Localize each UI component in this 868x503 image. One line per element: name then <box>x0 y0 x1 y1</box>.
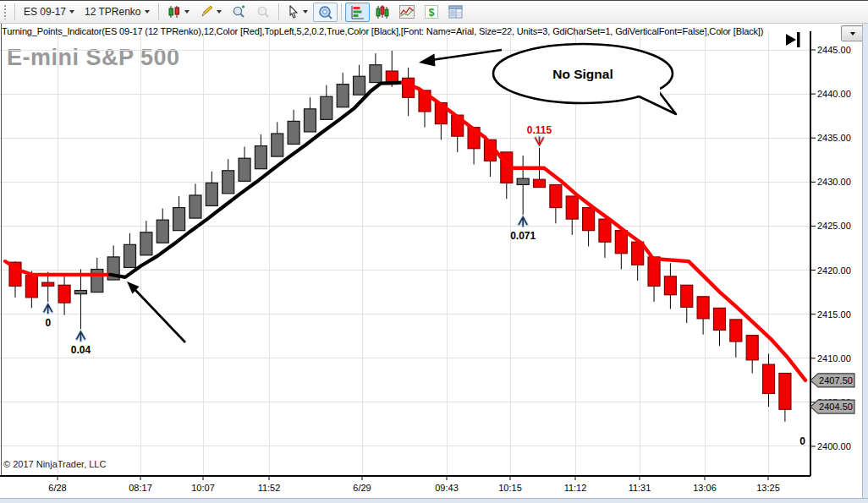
renko-bar <box>681 285 693 307</box>
turning-point-value: 0 <box>45 317 51 329</box>
renko-bar <box>140 232 152 255</box>
renko-bar <box>239 158 250 181</box>
go-to-end-icon[interactable] <box>786 32 800 47</box>
renko-bar <box>615 231 627 254</box>
time-axis-label: 6/29 <box>353 483 371 493</box>
window-edge <box>0 498 868 503</box>
trend-start-arrow <box>127 282 185 342</box>
renko-bar <box>304 109 316 132</box>
time-axis-label: 11:12 <box>564 483 587 493</box>
ninjatrader-chart-window: ES 09-17 12 TPRenko <box>0 0 868 503</box>
price-axis-labels: 2445.002440.002435.002430.002425.002420.… <box>810 45 851 451</box>
renko-bar <box>730 320 742 342</box>
renko-bar <box>42 282 54 286</box>
time-axis-label: 11:52 <box>258 483 281 493</box>
chart-canvas[interactable]: 2445.002440.002435.002430.002425.002420.… <box>0 1 868 503</box>
turning-point-value: 0.071 <box>510 230 536 242</box>
price-axis-label: 2400.00 <box>817 441 851 451</box>
time-axis-label: 13:06 <box>693 483 717 493</box>
price-axis-label: 2445.00 <box>817 45 851 55</box>
renko-bar <box>550 184 562 207</box>
renko-bar <box>370 65 382 83</box>
price-axis-label: 2440.00 <box>817 89 851 99</box>
renko-bar <box>190 195 201 218</box>
renko-bar <box>124 244 136 267</box>
renko-bar <box>779 373 791 409</box>
renko-bar <box>157 220 168 243</box>
no-signal-text: No Signal <box>552 67 613 81</box>
renko-bar <box>664 276 676 295</box>
renko-bar <box>321 96 332 119</box>
turning-point-value: 0.04 <box>71 344 91 356</box>
renko-bar <box>91 270 103 293</box>
time-axis-labels: 6/2808:1710:0711:526/2909:4310:1511:1211… <box>48 476 779 493</box>
renko-bar <box>337 85 349 107</box>
turning-point-value: 0.115 <box>527 124 552 136</box>
renko-bar <box>222 171 234 194</box>
time-axis-label: 11:31 <box>629 483 651 493</box>
renko-bar <box>25 276 37 298</box>
renko-bar <box>74 291 86 294</box>
time-axis-label: 10:15 <box>498 483 522 493</box>
renko-bar <box>517 178 529 184</box>
renko-bar <box>206 183 217 205</box>
chart-generated-layer: 2445.002440.002435.002430.002425.002420.… <box>0 24 854 493</box>
no-signal-arrow <box>419 50 502 67</box>
time-axis-label: 13:25 <box>756 483 780 493</box>
renko-bar <box>58 285 70 303</box>
price-axis-label: 2425.00 <box>817 221 851 231</box>
price-marker-tag: 2407.50 <box>810 374 854 387</box>
renko-bar <box>288 121 299 144</box>
renko-bar <box>746 336 758 360</box>
renko-bars <box>9 51 791 422</box>
price-axis-label: 2430.00 <box>817 177 851 187</box>
price-axis-label: 2410.00 <box>817 353 851 364</box>
renko-bar <box>255 146 266 169</box>
time-axis-label: 10:07 <box>191 483 215 493</box>
renko-bar <box>599 219 611 242</box>
time-axis-label: 6/28 <box>48 483 66 493</box>
price-axis-label: 2420.00 <box>817 265 851 276</box>
renko-bar <box>697 297 709 319</box>
renko-bar <box>583 208 595 231</box>
renko-bar <box>713 308 725 330</box>
no-signal-callout: No Signal <box>493 44 676 114</box>
price-axis-label: 2415.00 <box>817 309 851 320</box>
grid-lines <box>0 31 810 476</box>
window-edge <box>862 24 868 503</box>
last-turning-value: 0 <box>799 435 805 447</box>
renko-bar <box>272 134 283 156</box>
time-axis-label: 09:43 <box>435 483 459 493</box>
renko-bar <box>354 76 365 95</box>
price-axis-label: 2435.00 <box>817 133 851 143</box>
renko-bar <box>534 179 546 187</box>
price-marker-tag: 2404.50 <box>810 400 854 413</box>
trend-line-up <box>110 83 403 277</box>
svg-text:2404.50: 2404.50 <box>819 402 853 412</box>
renko-bar <box>763 364 775 393</box>
svg-text:2407.50: 2407.50 <box>819 375 853 385</box>
renko-bar <box>173 208 185 231</box>
renko-bar <box>648 257 660 286</box>
renko-bar <box>566 196 578 219</box>
time-axis-label: 08:17 <box>129 483 152 493</box>
